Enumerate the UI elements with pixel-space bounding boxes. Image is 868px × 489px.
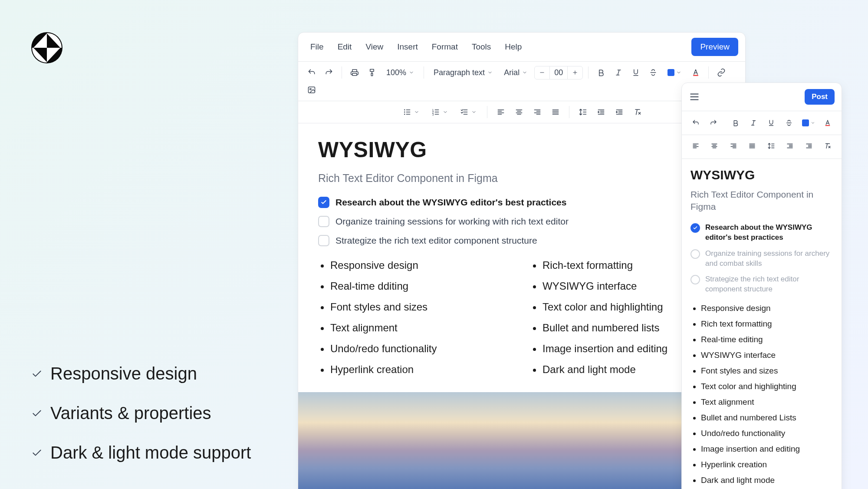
task-item[interactable]: Organize training sessions for archery a… [690, 249, 833, 269]
indent-decrease-button[interactable] [594, 105, 608, 119]
document-body[interactable]: WYSIWYG Rich Text Editor Component in Fi… [298, 123, 745, 489]
list-item[interactable]: Dark and light mode [690, 472, 833, 488]
inserted-image[interactable] [298, 392, 745, 489]
list-item[interactable]: WYSIWYG interface [690, 347, 833, 363]
print-button[interactable] [347, 65, 362, 80]
text-color-button[interactable] [821, 116, 835, 130]
format-painter-button[interactable] [365, 65, 379, 80]
preview-button[interactable]: Preview [691, 38, 738, 56]
undo-button[interactable] [304, 65, 319, 80]
italic-button[interactable] [611, 65, 626, 80]
strikethrough-button[interactable] [783, 116, 796, 130]
bold-button[interactable] [594, 65, 608, 80]
list-item[interactable]: Responsive design [690, 301, 833, 316]
checkbox-unchecked[interactable] [690, 275, 700, 284]
line-spacing-button[interactable] [575, 105, 590, 119]
list-item[interactable]: Text alignment [318, 317, 513, 338]
bullet-list-button[interactable] [398, 106, 424, 118]
link-button[interactable] [714, 65, 729, 80]
checklist-button[interactable] [456, 106, 481, 118]
check-icon [31, 447, 43, 459]
checkbox-checked[interactable] [318, 197, 329, 208]
font-size-decrease[interactable] [535, 68, 549, 77]
checkbox-unchecked[interactable] [318, 235, 329, 246]
bold-button[interactable] [729, 116, 742, 130]
list-item[interactable]: Undo/redo functionality [318, 338, 513, 359]
list-item[interactable]: Responsive design [318, 255, 513, 276]
highlight-color-select[interactable] [800, 119, 817, 127]
checkbox-unchecked[interactable] [690, 249, 700, 259]
align-right-button[interactable] [727, 139, 740, 153]
italic-button[interactable] [746, 116, 760, 130]
promo-label: Variants & properties [50, 403, 211, 423]
post-button[interactable]: Post [805, 89, 835, 105]
document-subtitle[interactable]: Rich Text Editor Component in Figma [318, 172, 725, 185]
align-center-button[interactable] [708, 139, 722, 153]
highlight-color-select[interactable] [663, 67, 686, 78]
task-item[interactable]: Research about the WYSIWYG editor's best… [318, 197, 725, 208]
list-item[interactable]: Text alignment [690, 394, 833, 410]
menu-edit[interactable]: Edit [332, 40, 357, 54]
list-item[interactable]: Image insertion and editing [690, 441, 833, 457]
document-title[interactable]: WYSIWYG [318, 137, 725, 162]
task-item[interactable]: Organize training sessions for working w… [318, 216, 725, 227]
align-justify-button[interactable] [746, 139, 760, 153]
list-item[interactable]: Font styles and sizes [690, 363, 833, 379]
indent-decrease-button[interactable] [783, 139, 797, 153]
redo-button[interactable] [322, 65, 336, 80]
task-item[interactable]: Strategize the rich text editor componen… [690, 274, 833, 294]
clear-formatting-button[interactable] [630, 105, 645, 119]
undo-button[interactable] [689, 116, 702, 130]
mobile-document-body[interactable]: WYSIWYG Rich Text Editor Component in Fi… [682, 159, 842, 488]
list-item[interactable]: Hyperlink creation [690, 457, 833, 472]
font-family-value: Arial [504, 68, 519, 77]
menu-tools[interactable]: Tools [467, 40, 496, 54]
align-right-button[interactable] [530, 105, 545, 119]
menu-view[interactable]: View [360, 40, 388, 54]
align-justify-button[interactable] [548, 105, 563, 119]
align-center-button[interactable] [512, 105, 526, 119]
list-item[interactable]: Real-time editing [690, 332, 833, 347]
image-button[interactable] [304, 83, 319, 97]
promo-item: Responsive design [31, 364, 251, 383]
menu-file[interactable]: File [305, 40, 329, 54]
paragraph-style-select[interactable]: Paragraph text [429, 66, 497, 79]
indent-increase-button[interactable] [802, 139, 816, 153]
chevron-down-icon [443, 109, 448, 115]
line-spacing-button[interactable] [764, 139, 778, 153]
list-item[interactable]: Real-time dditing [318, 276, 513, 297]
clear-formatting-button[interactable] [821, 139, 835, 153]
list-item[interactable]: Hyperlink creation [318, 359, 513, 380]
underline-button[interactable] [628, 65, 643, 80]
strikethrough-button[interactable] [646, 65, 661, 80]
list-item[interactable]: Bullet and numbered Lists [690, 410, 833, 426]
list-item[interactable]: Text color and highlighting [690, 379, 833, 394]
font-family-select[interactable]: Arial [500, 66, 532, 79]
text-color-button[interactable] [688, 65, 703, 80]
align-left-button[interactable] [689, 139, 703, 153]
menu-help[interactable]: Help [500, 40, 527, 54]
task-item[interactable]: Strategize the rich text editor componen… [318, 235, 725, 246]
task-label: Strategize the rich text editor componen… [705, 274, 833, 294]
document-subtitle[interactable]: Rich Text Editor Component in Figma [690, 188, 833, 213]
format-toolbar: 100% Paragraph text Arial 00 [298, 62, 745, 101]
hamburger-icon[interactable] [689, 91, 700, 102]
menu-insert[interactable]: Insert [392, 40, 423, 54]
redo-button[interactable] [707, 116, 720, 130]
font-size-input[interactable]: 00 [549, 66, 568, 79]
zoom-select[interactable]: 100% [382, 66, 418, 79]
font-size-increase[interactable] [568, 68, 582, 77]
document-title[interactable]: WYSIWYG [690, 168, 833, 182]
checkbox-checked[interactable] [690, 223, 700, 233]
underline-button[interactable] [765, 116, 778, 130]
list-item[interactable]: Undo/redo functionality [690, 426, 833, 441]
checkbox-unchecked[interactable] [318, 216, 329, 227]
align-left-button[interactable] [493, 105, 508, 119]
indent-increase-button[interactable] [612, 105, 627, 119]
numbered-list-button[interactable]: 123 [427, 106, 452, 118]
menu-format[interactable]: Format [427, 40, 463, 54]
task-item[interactable]: Research about the WYSIWYG editor's best… [690, 223, 833, 243]
list-item[interactable]: Rich text formatting [690, 316, 833, 332]
list-item[interactable]: Font styles and sizes [318, 297, 513, 317]
paragraph-style-value: Paragraph text [434, 68, 485, 77]
